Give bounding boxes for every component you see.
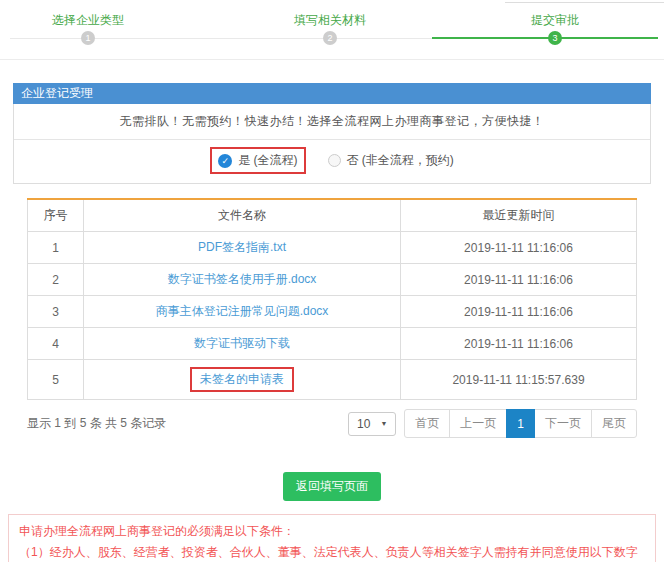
step-label-fill-materials: 填写相关材料 [230, 12, 430, 29]
step-label-choose-type: 选择企业类型 [0, 12, 188, 29]
back-button-row: 返回填写页面 [0, 472, 664, 501]
page-size-value: 10 [357, 417, 370, 431]
file-link-cert-driver-download[interactable]: 数字证书驱动下载 [194, 336, 290, 350]
top-divider-line [505, 2, 664, 3]
step-circle-1: 1 [81, 31, 95, 45]
requirements-notice: 申请办理全流程网上商事登记的必须满足以下条件： （1）经办人、股东、经营者、投资… [8, 514, 656, 562]
row-index: 1 [28, 232, 84, 264]
radio-checked-icon[interactable]: ✓ [218, 154, 232, 168]
file-table-wrap: 序号 文件名称 最近更新时间 1 PDF签名指南.txt 2019-11-11 … [27, 198, 637, 400]
table-header-row: 序号 文件名称 最近更新时间 [28, 199, 637, 232]
table-row: 2 数字证书签名使用手册.docx 2019-11-11 11:16:06 [28, 264, 637, 296]
section-title: 企业登记受理 [13, 83, 651, 104]
caret-down-icon: ▼ [380, 420, 387, 427]
current-page-button[interactable]: 1 [506, 409, 535, 438]
step-circle-3-active: 3 [548, 31, 562, 45]
requirement-item-1: （1）经办人、股东、经营者、投资者、合伙人、董事、法定代表人、负责人等相关签字人… [19, 542, 645, 562]
table-row: 5 未签名的申请表 2019-11-11 11:15:57.639 [28, 360, 637, 400]
table-row: 1 PDF签名指南.txt 2019-11-11 11:16:06 [28, 232, 637, 264]
radio-no-label[interactable]: 否 (非全流程，预约) [347, 152, 454, 169]
next-page-button[interactable]: 下一页 [534, 409, 592, 438]
row-updated-time: 2019-11-11 11:16:06 [401, 296, 637, 328]
pagination-summary: 显示 1 到 5 条 共 5 条记录 [27, 415, 166, 432]
radio-unchecked-icon[interactable] [328, 154, 341, 167]
last-page-button[interactable]: 尾页 [591, 409, 637, 438]
row-index: 5 [28, 360, 84, 400]
radio-option-non-full-process[interactable]: 否 (非全流程，预约) [328, 152, 454, 169]
radio-yes-label[interactable]: 是 (全流程) [238, 152, 297, 169]
col-header-filename: 文件名称 [84, 199, 401, 232]
page-size-select[interactable]: 10 ▼ [348, 412, 396, 436]
row-updated-time: 2019-11-11 11:16:06 [401, 232, 637, 264]
row-updated-time: 2019-11-11 11:16:06 [401, 328, 637, 360]
file-link-pdf-sign-guide[interactable]: PDF签名指南.txt [198, 240, 286, 254]
row-updated-time: 2019-11-11 11:15:57.639 [401, 360, 637, 400]
radio-option-full-process[interactable]: ✓ 是 (全流程) [210, 147, 305, 174]
file-table: 序号 文件名称 最近更新时间 1 PDF签名指南.txt 2019-11-11 … [27, 198, 637, 400]
file-link-registration-faq[interactable]: 商事主体登记注册常见问题.docx [156, 304, 329, 318]
row-index: 2 [28, 264, 84, 296]
registration-section: 企业登记受理 无需排队！无需预约！快速办结！选择全流程网上办理商事登记，方便快捷… [13, 83, 651, 184]
table-row: 4 数字证书驱动下载 2019-11-11 11:16:06 [28, 328, 637, 360]
promo-notice-text: 无需排队！无需预约！快速办结！选择全流程网上办理商事登记，方便快捷！ [14, 104, 650, 140]
highlight-box-unsigned-form: 未签名的申请表 [190, 367, 294, 392]
pagination-button-group: 首页 上一页 1 下一页 尾页 [404, 409, 637, 438]
pagination-bar: 显示 1 到 5 条 共 5 条记录 10 ▼ 首页 上一页 1 下一页 尾页 [27, 409, 637, 438]
table-row: 3 商事主体登记注册常见问题.docx 2019-11-11 11:16:06 [28, 296, 637, 328]
step-label-submit-approval: 提交审批 [455, 12, 655, 29]
pagination-controls: 10 ▼ 首页 上一页 1 下一页 尾页 [348, 409, 637, 438]
return-to-fill-page-button[interactable]: 返回填写页面 [283, 472, 381, 501]
page: { "steps": { "items": [ { "label": "选择企业… [0, 0, 664, 562]
row-index: 3 [28, 296, 84, 328]
col-header-updated: 最近更新时间 [401, 199, 637, 232]
col-header-index: 序号 [28, 199, 84, 232]
first-page-button[interactable]: 首页 [404, 409, 450, 438]
section-body: 无需排队！无需预约！快速办结！选择全流程网上办理商事登记，方便快捷！ ✓ 是 (… [13, 104, 651, 184]
step-track-gray [10, 38, 432, 39]
step-wizard: 选择企业类型 填写相关材料 提交审批 1 2 3 [0, 0, 664, 60]
file-link-cert-sign-manual[interactable]: 数字证书签名使用手册.docx [168, 272, 317, 286]
step-track-green [432, 37, 658, 39]
step-circle-2: 2 [323, 31, 337, 45]
file-link-unsigned-application-form[interactable]: 未签名的申请表 [200, 372, 284, 386]
process-choice-row: ✓ 是 (全流程) 否 (非全流程，预约) [14, 140, 650, 183]
row-updated-time: 2019-11-11 11:16:06 [401, 264, 637, 296]
requirements-title: 申请办理全流程网上商事登记的必须满足以下条件： [19, 521, 645, 542]
prev-page-button[interactable]: 上一页 [449, 409, 507, 438]
row-index: 4 [28, 328, 84, 360]
